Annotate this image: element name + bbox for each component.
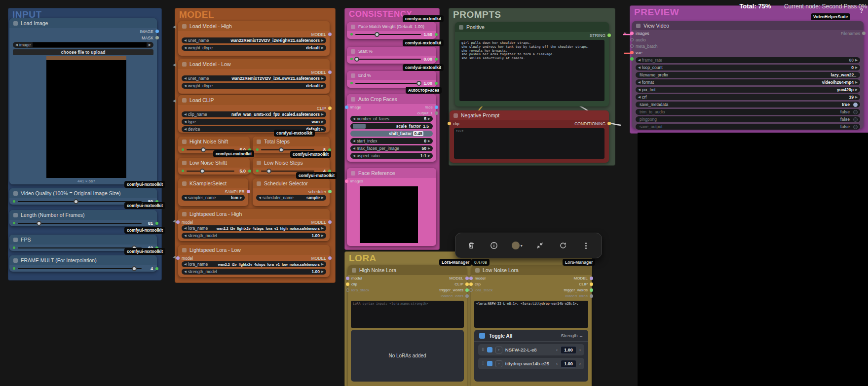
lora-enabled-checkbox[interactable] (487, 347, 492, 352)
strength-decrease-arrow[interactable]: ‹ (556, 361, 558, 366)
node-load-image[interactable]: Load Image IMAGE MASK ◀ image ▶ choose f… (9, 18, 157, 184)
slider-track[interactable] (18, 246, 142, 250)
widget-save_metadata[interactable]: save_metadatatrue (636, 102, 860, 107)
collapse-toggle[interactable] (182, 62, 187, 67)
decrement-arrow[interactable]: ◀ (184, 226, 187, 230)
decrement-arrow[interactable]: ◀ (638, 66, 641, 70)
widget-loop_count[interactable]: ◀loop_count0▶ (636, 65, 860, 70)
info-icon[interactable] (487, 238, 501, 253)
collapse-toggle[interactable] (182, 98, 187, 103)
node-ksampler-select[interactable]: KSamplerSelect SAMPLER ◀sampler_namelcm▶ (178, 178, 248, 206)
node-header[interactable]: Low Noise Shiftt (178, 158, 250, 168)
node-header[interactable]: Face Reference (347, 168, 436, 178)
slider-length[interactable]: 81 (9, 220, 157, 226)
toggle-knob[interactable] (853, 103, 858, 107)
node-header[interactable]: Length (Number of Frames) (9, 210, 157, 220)
increment-arrow[interactable]: ▶ (321, 234, 324, 238)
widget-weight_dtype[interactable]: ◀weight_dtypedefault▶ (182, 45, 326, 51)
strength-increase-arrow[interactable]: › (579, 348, 581, 352)
slider-input-dot[interactable] (13, 222, 15, 224)
slider-knob[interactable] (132, 266, 137, 271)
decrement-arrow[interactable]: ◀ (184, 127, 187, 131)
decrement-arrow[interactable]: ◀ (184, 234, 187, 238)
decrement-arrow[interactable]: ◀ (353, 117, 355, 121)
node-low-noise-shift[interactable]: Low Noise Shiftt 5.0 (178, 158, 250, 175)
selection-toolbox[interactable]: ▾ (455, 233, 602, 258)
frame-rate-link-dot[interactable] (630, 57, 634, 61)
increment-arrow[interactable]: ▶ (855, 66, 858, 70)
model-output-port[interactable] (328, 220, 332, 224)
increment-arrow[interactable]: ▶ (428, 139, 430, 143)
refresh-icon[interactable] (556, 238, 570, 253)
delete-icon[interactable] (464, 238, 479, 253)
slider-knob[interactable] (416, 81, 421, 86)
lora-stack-input-port[interactable] (346, 288, 349, 292)
decrement-arrow[interactable]: ◀ (184, 84, 187, 88)
node-face-match-weight[interactable]: Face Match Weight (Default: 1.00) 1.50 (347, 22, 436, 39)
slider-output-port[interactable] (155, 222, 158, 225)
decrement-arrow[interactable]: ◀ (259, 196, 261, 200)
node-scheduler-selector[interactable]: Scheduler Selector scheduler ◀scheduler_… (253, 178, 330, 206)
widget-filename_prefix[interactable]: filename_prefixlazy_wan22_ (636, 72, 860, 78)
loaded-loras-output-port[interactable] (590, 294, 593, 298)
strength-value[interactable]: 1.00 (561, 346, 576, 354)
toggle-all-checkbox[interactable] (479, 333, 485, 339)
increment-arrow[interactable]: ▶ (855, 95, 858, 99)
collapse-toggle[interactable] (351, 171, 355, 175)
slider-input-dot[interactable] (350, 82, 353, 84)
node-header[interactable]: Video Quality (100% = Original Image Siz… (9, 188, 157, 198)
slider-track[interactable] (355, 57, 421, 62)
node-header[interactable]: Auto Crop Faces (347, 94, 436, 104)
node-header[interactable]: Load Model - High (178, 21, 330, 31)
node-negative-prompt[interactable]: Negative Prompt clip CONDITIONING text (450, 110, 609, 163)
collapse-toggle[interactable] (352, 268, 356, 273)
decrement-arrow[interactable]: ◀ (15, 43, 18, 47)
collapse-toggle[interactable] (182, 24, 187, 29)
image-output-port[interactable] (155, 30, 159, 33)
node-view-video[interactable]: View Video images Filenames audio meta_b… (632, 21, 864, 129)
model-input-port[interactable] (176, 256, 180, 260)
widget-strength_model[interactable]: ◀strength_model1.00▶ (182, 269, 326, 275)
slider-input-dot[interactable] (13, 200, 15, 203)
decrement-arrow[interactable]: ◀ (353, 146, 355, 150)
increment-arrow[interactable]: ▶ (428, 146, 430, 150)
loaded-loras-output-port[interactable] (465, 294, 469, 298)
decrement-arrow[interactable]: ◀ (638, 58, 641, 62)
increment-arrow[interactable]: ▶ (321, 270, 324, 274)
widget-unet_name[interactable]: ◀unet_namewan22RemixT2VI2V_i2vHighV21.sa… (182, 37, 326, 43)
collapse-toggle[interactable] (351, 97, 355, 102)
negative-prompt-textarea[interactable]: text (454, 128, 604, 159)
node-header[interactable]: Low Noise Lora (471, 265, 591, 275)
strength-header[interactable]: Strength ↔ (561, 333, 583, 338)
trigger-words-output-port[interactable] (465, 288, 469, 292)
increment-arrow[interactable]: ▶ (321, 196, 324, 200)
slider-input-dot[interactable] (182, 148, 184, 151)
slider-frame-mult[interactable]: 4 (9, 265, 157, 272)
increment-arrow[interactable]: ▶ (321, 112, 324, 116)
node-header[interactable]: FPS (9, 235, 157, 245)
slider-knob[interactable] (37, 221, 41, 226)
widget-start_index[interactable]: ◀start_index0▶ (350, 138, 433, 144)
collapse-toggle[interactable] (351, 25, 355, 29)
node-header[interactable]: Scheduler Selector (253, 178, 330, 188)
lora-enabled-checkbox[interactable] (487, 361, 492, 366)
node-header[interactable]: Load Model - Low (178, 59, 330, 69)
collapse-toggle[interactable] (182, 181, 187, 186)
model-input-port[interactable] (469, 277, 473, 280)
decrement-arrow[interactable]: ◀ (184, 262, 187, 266)
slider-knob[interactable] (375, 32, 379, 37)
widget-clip_name[interactable]: ◀clip_namensfw_wan_umt5-xxl_fp8_scaled.s… (182, 111, 326, 117)
strength-decrease-arrow[interactable]: ‹ (556, 348, 558, 352)
widget-lora_name[interactable]: ◀lora_namewan2.2_i2v_lightx2v_4steps_lor… (182, 261, 326, 267)
node-header[interactable]: Total Steps (253, 137, 330, 146)
increment-arrow[interactable]: ▶ (321, 38, 324, 42)
decrement-arrow[interactable]: ◀ (184, 46, 187, 50)
upload-button[interactable]: choose file to upload (13, 49, 153, 55)
increment-arrow[interactable]: ▶ (855, 80, 858, 84)
increment-arrow[interactable]: ▶ (321, 84, 324, 88)
decrement-arrow[interactable]: ◀ (184, 76, 187, 80)
slider-track[interactable] (355, 32, 421, 37)
slider-knob[interactable] (200, 169, 205, 174)
lora-syntax-input[interactable]: <lora:NSFW-22-L-e8:1>, <lora:tittydrop-w… (474, 301, 588, 328)
toggle-knob[interactable] (853, 125, 858, 129)
